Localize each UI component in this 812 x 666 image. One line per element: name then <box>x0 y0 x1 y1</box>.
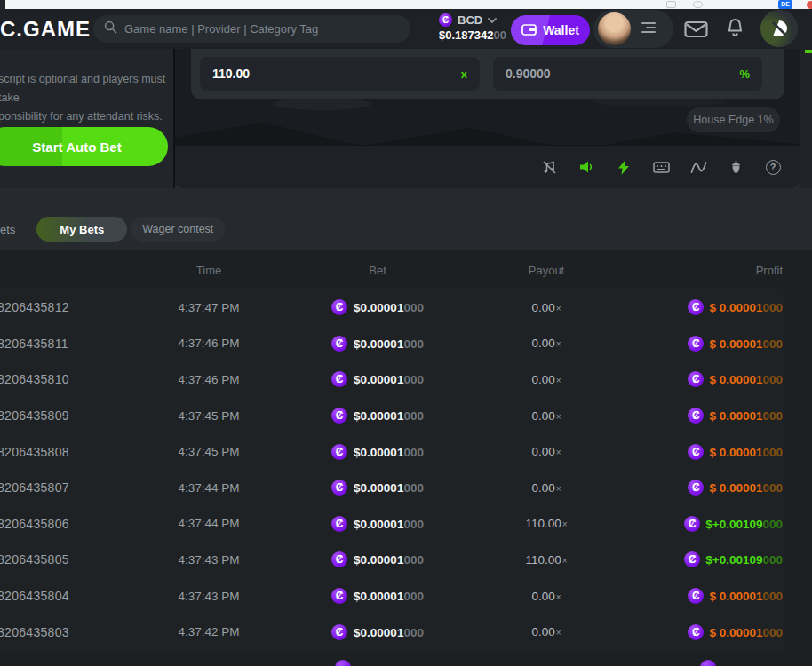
percent-suffix: % <box>739 67 750 81</box>
bet-time: 4:37:44 PM <box>133 517 284 530</box>
help-icon[interactable]: ? <box>764 158 782 176</box>
bet-time: 4:37:42 PM <box>133 625 284 638</box>
bcd-coin-icon: Ȼ <box>688 336 704 352</box>
house-edge-badge: House Edge 1% <box>687 107 780 132</box>
mail-icon[interactable] <box>684 20 708 42</box>
bet-time: 4:37:45 PM <box>133 409 284 423</box>
bcd-coin-icon: Ȼ <box>688 444 704 460</box>
browser-profile-icon[interactable] <box>693 1 703 8</box>
messenger-icon[interactable] <box>760 10 798 47</box>
bet-id: 8206435803 <box>0 625 133 639</box>
bet-profit: $+0.00109000 <box>705 516 783 532</box>
bet-profit-cell: Ȼ $ 0.00001000 <box>622 624 783 640</box>
user-menu[interactable] <box>593 10 673 48</box>
bet-amount-cell: Ȼ $0.00001000 <box>284 299 471 315</box>
payout-multiplier-field[interactable]: x <box>200 57 480 91</box>
turbo-bolt-icon[interactable] <box>615 158 633 176</box>
seed-icon[interactable] <box>727 158 744 176</box>
bets-tabs-section: ets My Bets Wager contest <box>0 188 812 250</box>
bet-amount-cell: Ȼ $0.00001000 <box>284 551 471 567</box>
bc-game-screen: DE C.GAME Ȼ BCD $0.18734200 W <box>0 0 812 666</box>
sound-on-icon[interactable] <box>577 158 595 176</box>
bet-time: 4:37:45 PM <box>133 445 284 458</box>
bet-row[interactable]: 8206435810 4:37:46 PM Ȼ $0.00001000 0.00… <box>0 361 783 398</box>
header-payout: Payout <box>471 264 622 277</box>
bet-amount-cell: Ȼ $0.00001000 <box>284 371 471 387</box>
bet-row[interactable]: 8206435808 4:37:45 PM Ȼ $0.00001000 0.00… <box>0 433 783 470</box>
bet-row[interactable]: 8206435805 4:37:43 PM Ȼ $0.00001000 110.… <box>0 542 783 578</box>
bet-row[interactable]: 8206435809 4:37:45 PM Ȼ $0.00001000 0.00… <box>0 398 783 434</box>
bet-row[interactable]: 8206435811 4:37:46 PM Ȼ $0.00001000 0.00… <box>0 326 783 362</box>
tab-wager-contest[interactable]: Wager contest <box>131 217 225 242</box>
browser-extension-icon[interactable] <box>666 1 676 8</box>
bet-profit: $ 0.00001000 <box>709 480 783 496</box>
multiplier-symbol: × <box>556 304 561 313</box>
bet-id: 8206435805 <box>0 552 133 567</box>
bet-payout: 110.00× <box>471 517 622 530</box>
bet-amount-cell: Ȼ $0.00001000 <box>284 516 471 532</box>
window-corner <box>0 0 5 9</box>
bcd-coin-icon: Ȼ <box>439 13 452 27</box>
wallet-icon <box>521 23 537 38</box>
notifications-bell-icon[interactable] <box>726 18 744 43</box>
win-chance-field[interactable]: % <box>493 57 762 91</box>
music-off-icon[interactable] <box>540 158 558 176</box>
bet-time: 4:37:43 PM <box>133 590 284 603</box>
tab-all-bets-partial[interactable]: ets <box>0 223 15 236</box>
game-toolbar: ? <box>175 145 800 188</box>
bcd-coin-icon: Ȼ <box>331 551 347 567</box>
bet-amount: $0.00001000 <box>354 551 424 567</box>
game-terrain-highlight <box>273 98 370 110</box>
bet-amount-cell: Ȼ $0.00001000 <box>284 624 471 640</box>
extension-de-badge[interactable]: DE <box>778 0 792 9</box>
bet-row[interactable]: 8206435804 4:37:43 PM Ȼ $0.00001000 0.00… <box>0 578 783 614</box>
tab-my-bets[interactable]: My Bets <box>36 217 127 242</box>
bet-time: 4:37:46 PM <box>133 373 284 386</box>
bet-row[interactable]: 8206435803 4:37:42 PM Ȼ $0.00001000 0.00… <box>0 614 783 650</box>
game-area: script is optional and players must take… <box>0 49 812 188</box>
bet-amount: $0.00001000 <box>354 588 424 604</box>
bet-id: 8206435806 <box>0 517 133 531</box>
start-auto-bet-button[interactable]: Start Auto Bet <box>0 127 168 166</box>
multiplier-symbol: × <box>562 556 568 566</box>
bet-payout: 0.00× <box>471 445 622 458</box>
bet-profit-cell: Ȼ $ 0.00001000 <box>622 588 783 604</box>
bet-amount-cell: Ȼ $0.00001000 <box>284 480 471 496</box>
bets-rows: 8206435812 4:37:47 PM Ȼ $0.00001000 0.00… <box>0 289 783 650</box>
bet-row[interactable]: 8206435807 4:37:44 PM Ȼ $0.00001000 0.00… <box>0 470 783 506</box>
browser-icon-cut <box>807 1 812 9</box>
bet-profit: $ 0.00001000 <box>709 371 783 387</box>
bet-profit-cell: Ȼ $ 0.00001000 <box>622 299 783 315</box>
hotkeys-keyboard-icon[interactable] <box>652 158 670 176</box>
bet-row[interactable]: 8206435806 4:37:44 PM Ȼ $0.00001000 110.… <box>0 506 783 543</box>
multiplier-symbol: × <box>556 628 561 638</box>
payout-multiplier-input[interactable] <box>212 67 461 81</box>
multiplier-symbol: × <box>556 339 561 349</box>
search-input[interactable] <box>124 22 400 36</box>
bet-row[interactable]: 8206435812 4:37:47 PM Ȼ $0.00001000 0.00… <box>0 289 783 326</box>
game-panel: x % House Edge 1% <box>175 49 800 188</box>
bet-id: 8206435804 <box>0 589 133 603</box>
avatar[interactable] <box>598 12 631 45</box>
bet-id: 8206435811 <box>0 337 133 351</box>
bet-profit-cell: Ȼ $+0.00109000 <box>622 516 783 532</box>
multiplier-symbol: × <box>556 412 561 422</box>
bet-time: 4:37:47 PM <box>133 301 284 314</box>
browser-chrome-strip: DE <box>0 0 812 9</box>
wallet-button[interactable]: Wallet <box>511 15 590 45</box>
bet-inputs-panel: x % <box>191 49 784 99</box>
site-logo[interactable]: C.GAME <box>0 17 91 42</box>
bet-time: 4:37:43 PM <box>133 553 284 567</box>
bet-amount-cell: Ȼ $0.00001000 <box>284 408 471 424</box>
win-chance-input[interactable] <box>506 67 739 81</box>
live-stats-icon[interactable] <box>689 158 707 176</box>
bcd-coin-icon: Ȼ <box>688 624 704 640</box>
wallet-label: Wallet <box>543 23 579 37</box>
game-search[interactable] <box>93 15 410 43</box>
multiplier-symbol: × <box>556 376 561 385</box>
bet-profit: $ 0.00001000 <box>709 336 783 352</box>
table-header: Time Bet Payout Profit <box>0 250 783 289</box>
multiplier-symbol: × <box>556 592 561 602</box>
multiplier-symbol: × <box>556 448 561 457</box>
bet-payout: 110.00× <box>471 553 622 567</box>
